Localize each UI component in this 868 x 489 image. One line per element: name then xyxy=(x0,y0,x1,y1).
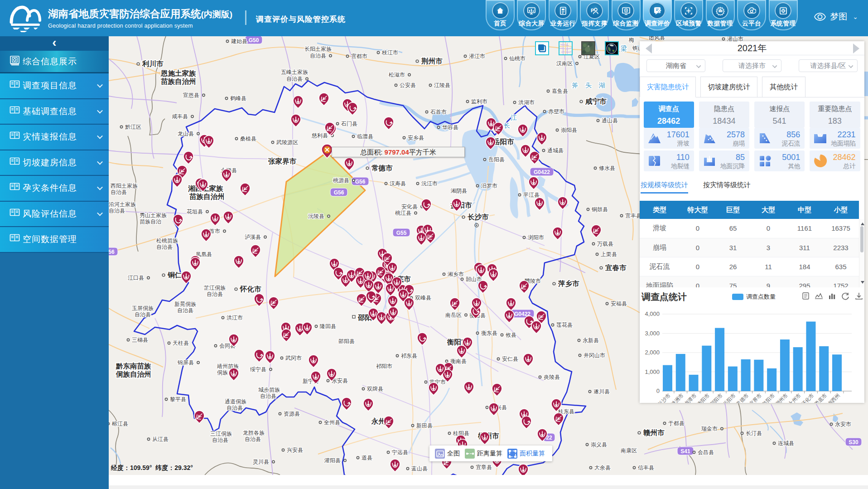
svg-text:祁东县: 祁东县 xyxy=(401,353,417,359)
svg-text:1,000: 1,000 xyxy=(645,368,660,375)
svg-text:榕江县: 榕江县 xyxy=(111,421,128,427)
svg-text:铜鼓县: 铜鼓县 xyxy=(591,206,608,213)
svg-text:宜都市: 宜都市 xyxy=(351,53,367,59)
svg-text:泸溪县: 泸溪县 xyxy=(245,234,261,240)
svg-text:侗族自治州: 侗族自治州 xyxy=(116,370,151,378)
svg-text:公安县: 公安县 xyxy=(400,82,416,88)
svg-text:城步苗族: 城步苗族 xyxy=(258,387,280,393)
svg-text:崇阳县: 崇阳县 xyxy=(561,127,577,133)
svg-text:临澧县: 临澧县 xyxy=(357,133,373,140)
svg-text:2,000: 2,000 xyxy=(645,349,660,356)
svg-text:通城县: 通城县 xyxy=(547,147,564,154)
svg-text:嘉鱼县: 嘉鱼县 xyxy=(552,88,568,94)
svg-text:苗族自治州: 苗族自治州 xyxy=(189,193,225,200)
svg-text:上栗县: 上栗县 xyxy=(601,251,617,257)
svg-text:全州县: 全州县 xyxy=(324,419,340,426)
svg-text:斧 头 湖: 斧 头 湖 xyxy=(572,82,608,89)
svg-text:芷江侗族: 芷江侗族 xyxy=(204,285,226,291)
svg-text:G0422: G0422 xyxy=(534,169,550,175)
svg-text:湘潭市: 湘潭市 xyxy=(683,392,698,403)
svg-text:宁远县: 宁远县 xyxy=(392,449,408,455)
svg-text:江口县: 江口县 xyxy=(128,275,144,281)
svg-text:自治县: 自治县 xyxy=(286,76,303,82)
svg-text:湘阴县: 湘阴县 xyxy=(450,188,467,194)
svg-text:天柱县: 天柱县 xyxy=(173,340,189,346)
svg-text:张家界市: 张家界市 xyxy=(268,157,297,165)
svg-text:瑞金市: 瑞金市 xyxy=(701,426,718,432)
svg-text:鹤峰县: 鹤峰县 xyxy=(230,95,246,102)
svg-text:自治县: 自治县 xyxy=(177,307,193,314)
svg-text:S41: S41 xyxy=(680,448,690,455)
svg-text:安福县: 安福县 xyxy=(611,300,627,307)
svg-text:黎平县: 黎平县 xyxy=(170,396,186,402)
svg-text:会昌县: 会昌县 xyxy=(698,449,714,455)
svg-text:3,000: 3,000 xyxy=(645,330,660,337)
svg-text:长: 长 xyxy=(504,122,510,129)
svg-text:自治县: 自治县 xyxy=(111,189,127,195)
svg-text:洪江市: 洪江市 xyxy=(227,315,243,321)
svg-text:慈利县: 慈利县 xyxy=(311,132,328,139)
svg-text:自治县: 自治县 xyxy=(212,437,228,443)
svg-text:建始县: 建始县 xyxy=(231,38,247,44)
svg-text:兴安县: 兴安县 xyxy=(287,447,303,453)
svg-text:沅江市: 沅江市 xyxy=(421,180,438,187)
svg-text:宣恩县: 宣恩县 xyxy=(183,92,199,98)
svg-text:衡阳市: 衡阳市 xyxy=(696,392,711,403)
svg-text:灌阳县: 灌阳县 xyxy=(324,457,341,464)
svg-text:松桃苗族: 松桃苗族 xyxy=(156,237,178,244)
svg-text:自治县: 自治县 xyxy=(156,244,173,250)
svg-text:P: P xyxy=(591,8,594,13)
svg-text:西阳土家族: 西阳土家族 xyxy=(111,183,138,189)
svg-text:岳阳市: 岳阳市 xyxy=(722,392,737,403)
svg-text:利川市: 利川市 xyxy=(142,60,164,68)
svg-text:攸县: 攸县 xyxy=(505,332,516,338)
svg-text:邵阳市: 邵阳市 xyxy=(709,392,723,403)
svg-text:沿河土家族: 沿河土家族 xyxy=(109,201,136,208)
svg-text:邵阳县: 邵阳县 xyxy=(338,338,355,344)
svg-text:自治县: 自治县 xyxy=(227,405,243,411)
svg-text:株洲市: 株洲市 xyxy=(670,392,685,403)
svg-text:石首市: 石首市 xyxy=(430,109,447,115)
svg-text:双牌县: 双牌县 xyxy=(367,386,383,392)
svg-text:三江侗族: 三江侗族 xyxy=(210,431,232,437)
svg-text:大余县: 大余县 xyxy=(594,465,611,471)
svg-text:武冈市: 武冈市 xyxy=(285,355,302,361)
svg-text:南岳区: 南岳区 xyxy=(445,312,462,318)
svg-text:祁阳市: 祁阳市 xyxy=(376,363,392,369)
svg-text:咸宁市: 咸宁市 xyxy=(585,97,607,105)
svg-text:桃江县: 桃江县 xyxy=(395,210,411,216)
svg-text:龙山县: 龙山县 xyxy=(178,131,194,137)
svg-text:监利市: 监利市 xyxy=(471,98,487,105)
svg-text:永安市: 永安市 xyxy=(835,421,851,427)
svg-text:湘西州: 湘西州 xyxy=(826,392,841,403)
svg-text:南康区: 南康区 xyxy=(621,447,637,454)
svg-text:江陵县: 江陵县 xyxy=(434,82,450,88)
svg-text:岳阳市: 岳阳市 xyxy=(493,138,514,145)
svg-text:潜江市: 潜江市 xyxy=(469,53,485,59)
svg-text:于都县: 于都县 xyxy=(668,420,685,426)
svg-text:衡东县: 衡东县 xyxy=(481,330,497,336)
svg-text:新田县: 新田县 xyxy=(416,422,433,429)
svg-text:黔东南苗族: 黔东南苗族 xyxy=(116,362,151,370)
svg-text:平江县: 平江县 xyxy=(523,192,540,198)
svg-text:黔江区: 黔江区 xyxy=(125,124,141,130)
svg-text:苗族自治州: 苗族自治州 xyxy=(160,77,196,85)
svg-text:武陵源区: 武陵源区 xyxy=(276,139,298,145)
svg-text:沅陵县: 沅陵县 xyxy=(308,213,324,219)
svg-text:常德市: 常德市 xyxy=(735,392,750,403)
svg-text:宜丰县: 宜丰县 xyxy=(625,213,641,219)
svg-text:苗族自治: 苗族自治 xyxy=(140,218,161,225)
svg-text:江: 江 xyxy=(511,114,517,121)
svg-text:灵川县: 灵川县 xyxy=(253,459,269,465)
svg-text:自治县: 自治县 xyxy=(109,208,125,214)
svg-text:修水县: 修水县 xyxy=(599,165,615,171)
svg-text:松滋市: 松滋市 xyxy=(389,72,405,78)
svg-text:自治县: 自治县 xyxy=(260,393,276,399)
svg-text:玉屏侗族: 玉屏侗族 xyxy=(132,305,154,311)
svg-text:资源县: 资源县 xyxy=(284,411,300,417)
svg-text:汉南区: 汉南区 xyxy=(556,60,573,67)
svg-text:郴州市: 郴州市 xyxy=(774,392,789,403)
svg-text:赤壁市: 赤壁市 xyxy=(548,108,564,115)
svg-text:遂川县: 遂川县 xyxy=(593,388,610,395)
svg-text:长沙市: 长沙市 xyxy=(468,213,489,221)
